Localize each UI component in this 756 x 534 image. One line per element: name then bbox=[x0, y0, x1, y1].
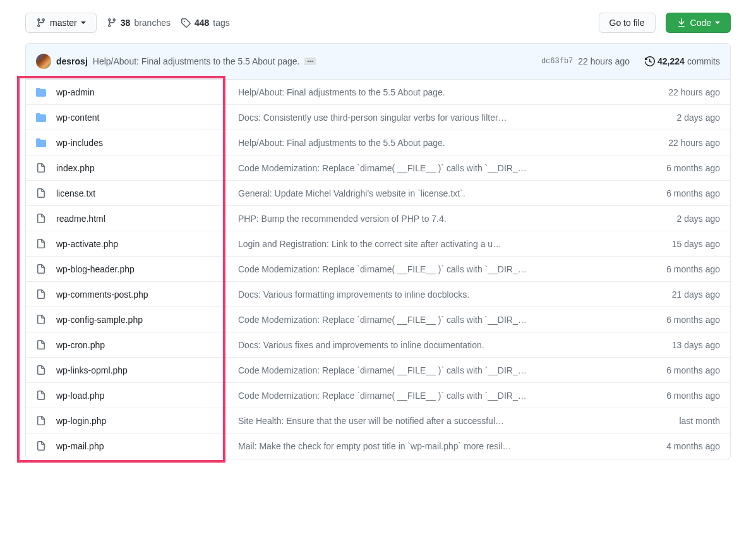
table-row: wp-contentDocs: Consistently use third-p… bbox=[26, 105, 730, 130]
tags-count: 448 bbox=[195, 18, 209, 28]
file-name-cell: wp-config-sample.php bbox=[36, 315, 238, 325]
file-icon bbox=[36, 214, 46, 224]
folder-icon bbox=[36, 138, 46, 148]
file-age: 2 days ago bbox=[644, 214, 720, 224]
file-name-link[interactable]: wp-comments-post.php bbox=[56, 289, 148, 300]
commit-message-link[interactable]: Docs: Consistently use third-person sing… bbox=[238, 112, 644, 123]
commit-message-link[interactable]: Code Modernization: Replace `dirname( __… bbox=[238, 264, 644, 274]
code-download-button[interactable]: Code bbox=[666, 13, 731, 33]
file-age: last month bbox=[644, 416, 720, 426]
download-icon bbox=[676, 18, 687, 28]
file-name-cell: wp-mail.php bbox=[36, 441, 238, 451]
history-icon bbox=[645, 56, 655, 66]
table-row: wp-config-sample.phpCode Modernization: … bbox=[26, 307, 730, 332]
table-row: wp-blog-header.phpCode Modernization: Re… bbox=[26, 257, 730, 282]
file-name-link[interactable]: wp-cron.php bbox=[56, 340, 105, 350]
file-name-link[interactable]: wp-content bbox=[56, 112, 99, 123]
file-icon bbox=[36, 315, 46, 325]
commits-count: 42,224 bbox=[657, 56, 685, 66]
table-row: license.txtGeneral: Update Michel Valdri… bbox=[26, 181, 730, 206]
commit-message[interactable]: Help/About: Final adjustments to the 5.5… bbox=[93, 56, 300, 66]
file-name-link[interactable]: wp-blog-header.php bbox=[56, 264, 135, 274]
table-row: wp-includesHelp/About: Final adjustments… bbox=[26, 130, 730, 155]
file-name-cell: wp-load.php bbox=[36, 391, 238, 401]
file-icon bbox=[36, 391, 46, 401]
file-age: 22 hours ago bbox=[644, 87, 720, 97]
commit-message-link[interactable]: Help/About: Final adjustments to the 5.5… bbox=[238, 138, 644, 148]
file-name-cell: wp-activate.php bbox=[36, 239, 238, 249]
file-icon bbox=[36, 264, 46, 274]
file-name-link[interactable]: wp-admin bbox=[56, 87, 95, 97]
file-icon bbox=[36, 289, 46, 300]
table-row: wp-load.phpCode Modernization: Replace `… bbox=[26, 383, 730, 408]
table-row: wp-cron.phpDocs: Various fixes and impro… bbox=[26, 332, 730, 358]
commit-message-link[interactable]: Code Modernization: Replace `dirname( __… bbox=[238, 163, 644, 173]
caret-down-icon bbox=[81, 21, 86, 24]
file-age: 6 months ago bbox=[644, 365, 720, 375]
table-row: wp-links-opml.phpCode Modernization: Rep… bbox=[26, 358, 730, 383]
commit-message-link[interactable]: Code Modernization: Replace `dirname( __… bbox=[238, 315, 644, 325]
file-age: 6 months ago bbox=[644, 264, 720, 274]
file-name-link[interactable]: license.txt bbox=[56, 188, 95, 198]
file-name-link[interactable]: wp-links-opml.php bbox=[56, 365, 128, 375]
file-icon bbox=[36, 416, 46, 426]
branch-select-button[interactable]: master bbox=[25, 13, 97, 33]
file-age: 13 days ago bbox=[644, 340, 720, 350]
file-name-cell: wp-comments-post.php bbox=[36, 289, 238, 300]
file-name-link[interactable]: wp-mail.php bbox=[56, 441, 104, 451]
file-age: 15 days ago bbox=[644, 239, 720, 249]
branch-name: master bbox=[50, 16, 77, 29]
commit-message-link[interactable]: Code Modernization: Replace `dirname( __… bbox=[238, 365, 644, 375]
file-name-link[interactable]: wp-config-sample.php bbox=[56, 315, 143, 325]
file-age: 6 months ago bbox=[644, 188, 720, 198]
commit-message-link[interactable]: Docs: Various formatting improvements to… bbox=[238, 289, 644, 300]
ellipsis-button[interactable] bbox=[304, 58, 316, 65]
commit-message-link[interactable]: PHP: Bump the recommended version of PHP… bbox=[238, 214, 644, 224]
tag-icon bbox=[181, 18, 191, 28]
file-listing: desrosj Help/About: Final adjustments to… bbox=[25, 43, 731, 459]
file-name-cell: index.php bbox=[36, 163, 238, 173]
table-row: readme.htmlPHP: Bump the recommended ver… bbox=[26, 206, 730, 231]
commit-message-link[interactable]: Site Health: Ensure that the user will b… bbox=[238, 416, 644, 426]
commit-message-link[interactable]: General: Update Michel Valdrighi's websi… bbox=[238, 188, 644, 198]
table-row: wp-activate.phpLogin and Registration: L… bbox=[26, 231, 730, 257]
branches-link[interactable]: 38 branches bbox=[107, 18, 171, 28]
git-branch-icon bbox=[36, 18, 46, 28]
file-icon bbox=[36, 365, 46, 375]
commits-link[interactable]: 42,224 commits bbox=[645, 56, 720, 66]
avatar[interactable] bbox=[36, 54, 51, 69]
file-name-cell: wp-admin bbox=[36, 87, 238, 97]
file-name-cell: wp-includes bbox=[36, 138, 238, 148]
file-name-link[interactable]: wp-activate.php bbox=[56, 239, 118, 249]
latest-commit-bar: desrosj Help/About: Final adjustments to… bbox=[26, 44, 730, 80]
file-name-cell: wp-cron.php bbox=[36, 340, 238, 350]
goto-file-button[interactable]: Go to file bbox=[599, 13, 656, 33]
tags-label: tags bbox=[213, 18, 229, 28]
commit-message-link[interactable]: Help/About: Final adjustments to the 5.5… bbox=[238, 87, 644, 97]
file-name-link[interactable]: wp-load.php bbox=[56, 391, 104, 401]
file-age: 22 hours ago bbox=[644, 138, 720, 148]
file-name-link[interactable]: wp-login.php bbox=[56, 416, 106, 426]
file-name-cell: wp-content bbox=[36, 112, 238, 123]
file-name-link[interactable]: index.php bbox=[56, 163, 95, 173]
file-name-link[interactable]: readme.html bbox=[56, 214, 105, 224]
folder-icon bbox=[36, 87, 46, 97]
branches-label: branches bbox=[134, 18, 171, 28]
tags-link[interactable]: 448 tags bbox=[181, 18, 230, 28]
commit-message-link[interactable]: Mail: Make the check for empty post titl… bbox=[238, 441, 644, 451]
commit-message-link[interactable]: Login and Registration: Link to the corr… bbox=[238, 239, 644, 249]
file-age: 4 months ago bbox=[644, 441, 720, 451]
file-icon bbox=[36, 239, 46, 249]
file-name-link[interactable]: wp-includes bbox=[56, 138, 103, 148]
file-age: 6 months ago bbox=[644, 163, 720, 173]
file-name-cell: readme.html bbox=[36, 214, 238, 224]
commit-message-link[interactable]: Docs: Various fixes and improvements to … bbox=[238, 340, 644, 350]
file-icon bbox=[36, 441, 46, 451]
commit-sha[interactable]: dc63fb7 bbox=[541, 57, 573, 66]
commit-time: 22 hours ago bbox=[578, 56, 630, 66]
file-name-cell: wp-blog-header.php bbox=[36, 264, 238, 274]
file-rows-container: wp-adminHelp/About: Final adjustments to… bbox=[26, 80, 730, 459]
file-name-cell: license.txt bbox=[36, 188, 238, 198]
commit-message-link[interactable]: Code Modernization: Replace `dirname( __… bbox=[238, 391, 644, 401]
commit-author[interactable]: desrosj bbox=[56, 56, 88, 66]
